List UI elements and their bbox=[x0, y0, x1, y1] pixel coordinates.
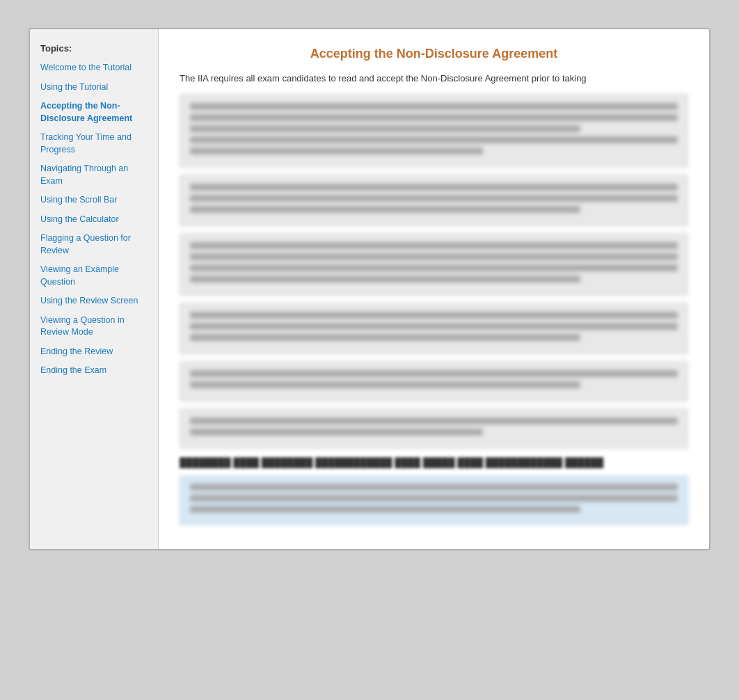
blurred-block-2 bbox=[180, 175, 688, 226]
page-title: Accepting the Non-Disclosure Agreement bbox=[180, 47, 688, 61]
sidebar: Topics: Welcome to the Tutorial Using th… bbox=[30, 29, 159, 549]
sidebar-item-flagging[interactable]: Flagging a Question for Review bbox=[40, 232, 148, 257]
sidebar-item-navigating[interactable]: Navigating Through an Exam bbox=[40, 163, 148, 187]
blurred-block-3 bbox=[180, 233, 688, 296]
blurred-block-1 bbox=[180, 94, 688, 168]
blurred-block-4 bbox=[180, 303, 688, 354]
intro-text: The IIA requires all exam candidates to … bbox=[180, 72, 688, 86]
sidebar-item-ending-review[interactable]: Ending the Review bbox=[40, 346, 148, 358]
topics-label: Topics: bbox=[40, 43, 148, 54]
sidebar-item-using-tutorial[interactable]: Using the Tutorial bbox=[40, 81, 148, 94]
section-divider: ████████ ████ ████████ ████████████ ████… bbox=[180, 457, 688, 468]
blurred-block-6 bbox=[180, 408, 688, 449]
sidebar-item-review-mode[interactable]: Viewing a Question in Review Mode bbox=[40, 315, 148, 339]
sidebar-item-review-screen[interactable]: Using the Review Screen bbox=[40, 295, 148, 308]
app-container: Topics: Welcome to the Tutorial Using th… bbox=[29, 28, 710, 550]
sidebar-item-welcome[interactable]: Welcome to the Tutorial bbox=[40, 62, 148, 74]
sidebar-item-example-question[interactable]: Viewing an Example Question bbox=[40, 264, 148, 288]
sidebar-item-ending-exam[interactable]: Ending the Exam bbox=[40, 365, 148, 377]
sidebar-item-tracking[interactable]: Tracking Your Time and Progress bbox=[40, 132, 148, 156]
sidebar-item-calculator[interactable]: Using the Calculator bbox=[40, 214, 148, 226]
sidebar-item-scroll-bar[interactable]: Using the Scroll Bar bbox=[40, 194, 148, 207]
sidebar-item-accepting-nda[interactable]: Accepting the Non-Disclosure Agreement bbox=[40, 100, 148, 125]
main-content: Accepting the Non-Disclosure Agreement T… bbox=[159, 29, 709, 549]
blurred-block-5 bbox=[180, 361, 688, 401]
highlighted-block bbox=[180, 476, 688, 525]
